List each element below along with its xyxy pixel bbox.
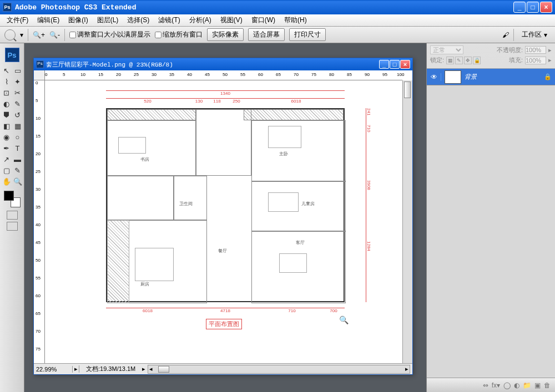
doc-info-arrow[interactable]: ▸: [142, 365, 145, 373]
document-window: Ps 套三厅错层彩平-Model.png @ 23%(RGB/8) _ □ × …: [33, 58, 413, 375]
visibility-icon[interactable]: 👁: [427, 73, 441, 81]
fill-input[interactable]: [525, 57, 546, 64]
quickmask-toggle[interactable]: [7, 211, 18, 220]
foreground-color[interactable]: [4, 191, 14, 201]
status-arrow[interactable]: ▸: [73, 365, 79, 373]
delete-layer-icon[interactable]: 🗑: [544, 381, 551, 389]
canvas[interactable]: 1340 520 130 118 250 6018 241 710 3908 1…: [45, 80, 402, 363]
doc-info[interactable]: 文档:19.3M/13.1M: [79, 365, 142, 373]
layer-row[interactable]: 👁 背景 🔒: [427, 69, 555, 85]
stamp-tool[interactable]: ⛊: [2, 110, 12, 120]
new-layer-icon[interactable]: ▣: [534, 381, 541, 389]
zoom-in-icon[interactable]: 🔍+: [33, 31, 45, 39]
lock-label: 锁定:: [430, 56, 444, 64]
layer-list[interactable]: 👁 背景 🔒: [427, 69, 555, 378]
ps-badge: Ps: [5, 48, 19, 62]
doc-title: 套三厅错层彩平-Model.png @ 23%(RGB/8): [46, 60, 379, 69]
gradient-tool[interactable]: ▦: [13, 121, 23, 131]
lock-all-icon[interactable]: 🔒: [473, 57, 481, 64]
app-titlebar: Ps Adobe Photoshop CS3 Extended _ □ ×: [0, 0, 555, 14]
ruler-origin[interactable]: [34, 70, 45, 80]
menu-analysis[interactable]: 分析(A): [186, 14, 215, 26]
eraser-tool[interactable]: ◧: [2, 121, 12, 131]
canvas-area: Ps 套三厅错层彩平-Model.png @ 23%(RGB/8) _ □ × …: [24, 43, 426, 392]
menubar: 文件(F) 编辑(E) 图像(I) 图层(L) 选择(S) 滤镜(T) 分析(A…: [0, 14, 555, 27]
link-layers-icon[interactable]: ⇔: [483, 381, 488, 389]
menu-layer[interactable]: 图层(L): [94, 14, 122, 26]
fill-label: 填充:: [509, 56, 523, 64]
menu-select[interactable]: 选择(S): [124, 14, 153, 26]
menu-help[interactable]: 帮助(H): [281, 14, 310, 26]
doc-titlebar[interactable]: Ps 套三厅错层彩平-Model.png @ 23%(RGB/8) _ □ ×: [34, 58, 412, 70]
pen-tool[interactable]: ✒: [2, 143, 12, 153]
lock-move-icon[interactable]: ✥: [464, 57, 472, 64]
layer-name[interactable]: 背景: [465, 73, 544, 81]
floorplan-title: 平面布置图: [206, 319, 242, 329]
crop-tool[interactable]: ⊡: [2, 88, 12, 98]
history-brush-tool[interactable]: ↺: [13, 110, 23, 120]
screenmode-toggle[interactable]: [7, 222, 18, 231]
zoom-tool[interactable]: 🔍: [13, 176, 23, 186]
dropdown-icon[interactable]: ▾: [20, 31, 23, 39]
type-tool[interactable]: T: [13, 143, 23, 153]
zoom-tool-icon[interactable]: [4, 29, 16, 40]
horizontal-ruler[interactable]: 0 5 10 15 20 25 30 35 40 45 50 55 60 65 …: [45, 70, 402, 80]
shape-tool[interactable]: ▬: [13, 154, 23, 164]
doc-maximize[interactable]: □: [390, 60, 400, 69]
lasso-tool[interactable]: ⌇: [2, 77, 12, 86]
resize-window-checkbox[interactable]: 调整窗口大小以满屏显示: [69, 30, 150, 39]
dodge-tool[interactable]: ○: [13, 132, 23, 142]
menu-filter[interactable]: 滤镜(T): [155, 14, 183, 26]
actual-pixels-button[interactable]: 实际像素: [207, 28, 244, 41]
close-button[interactable]: ×: [540, 2, 552, 13]
layer-mask-icon[interactable]: ◯: [503, 381, 511, 389]
vertical-scrollbar[interactable]: [402, 80, 412, 363]
minimize-button[interactable]: _: [513, 2, 526, 13]
doc-status-bar: 22.99% ▸ 文档:19.3M/13.1M ▸ ◂▸: [34, 363, 412, 374]
opacity-arrow[interactable]: ▸: [548, 47, 552, 54]
lock-transparent-icon[interactable]: ▦: [446, 57, 454, 64]
hand-tool[interactable]: ✋: [2, 176, 12, 186]
layer-fx-icon[interactable]: fx▾: [492, 381, 500, 389]
app-icon: Ps: [3, 3, 12, 12]
floorplan-drawing: 1340 520 130 118 250 6018 241 710 3908 1…: [78, 86, 367, 335]
notes-tool[interactable]: ▢: [2, 165, 12, 175]
menu-view[interactable]: 视图(V): [217, 14, 246, 26]
quick-select-tool[interactable]: ✦: [13, 77, 23, 86]
color-swatches[interactable]: [4, 191, 21, 207]
doc-close[interactable]: ×: [400, 60, 410, 69]
workspace-dropdown[interactable]: 工作区 ▾: [518, 29, 551, 40]
zoom-out-icon[interactable]: 🔍-: [49, 31, 60, 39]
doc-icon: Ps: [36, 60, 44, 68]
eyedropper-tool[interactable]: ✎: [13, 165, 23, 175]
brush-tool[interactable]: ✎: [13, 99, 23, 109]
menu-file[interactable]: 文件(F): [3, 14, 32, 26]
menu-image[interactable]: 图像(I): [65, 14, 91, 26]
brush-preset-icon[interactable]: 🖌: [502, 31, 509, 39]
layer-lock-icon: 🔒: [544, 73, 555, 80]
print-size-button[interactable]: 打印尺寸: [289, 28, 326, 41]
vertical-ruler[interactable]: 0 5 10 15 20 25 30 35 40 45 50 55 60 65 …: [34, 80, 45, 363]
zoom-all-checkbox[interactable]: 缩放所有窗口: [155, 30, 203, 39]
marquee-tool[interactable]: ▭: [13, 65, 23, 75]
blur-tool[interactable]: ◉: [2, 132, 12, 142]
zoom-value[interactable]: 22.99%: [34, 366, 73, 373]
layer-thumbnail[interactable]: [445, 70, 461, 84]
lock-paint-icon[interactable]: ✎: [455, 57, 463, 64]
app-title: Adobe Photoshop CS3 Extended: [15, 3, 513, 12]
slice-tool[interactable]: ✂: [13, 88, 23, 98]
new-group-icon[interactable]: 📁: [523, 381, 531, 389]
horizontal-scrollbar[interactable]: ◂▸: [148, 365, 410, 374]
doc-minimize[interactable]: _: [379, 60, 389, 69]
fill-arrow[interactable]: ▸: [548, 57, 552, 64]
opacity-input[interactable]: [525, 46, 546, 54]
path-select-tool[interactable]: ↗: [2, 154, 12, 164]
move-tool[interactable]: ↖: [2, 65, 12, 75]
blend-mode-select[interactable]: 正常: [430, 45, 463, 54]
adjustment-layer-icon[interactable]: ◐: [514, 381, 519, 389]
menu-edit[interactable]: 编辑(E): [34, 14, 63, 26]
menu-window[interactable]: 窗口(W): [248, 14, 279, 26]
heal-tool[interactable]: ◐: [2, 99, 12, 109]
maximize-button[interactable]: □: [527, 2, 539, 13]
fit-screen-button[interactable]: 适合屏幕: [248, 28, 285, 41]
